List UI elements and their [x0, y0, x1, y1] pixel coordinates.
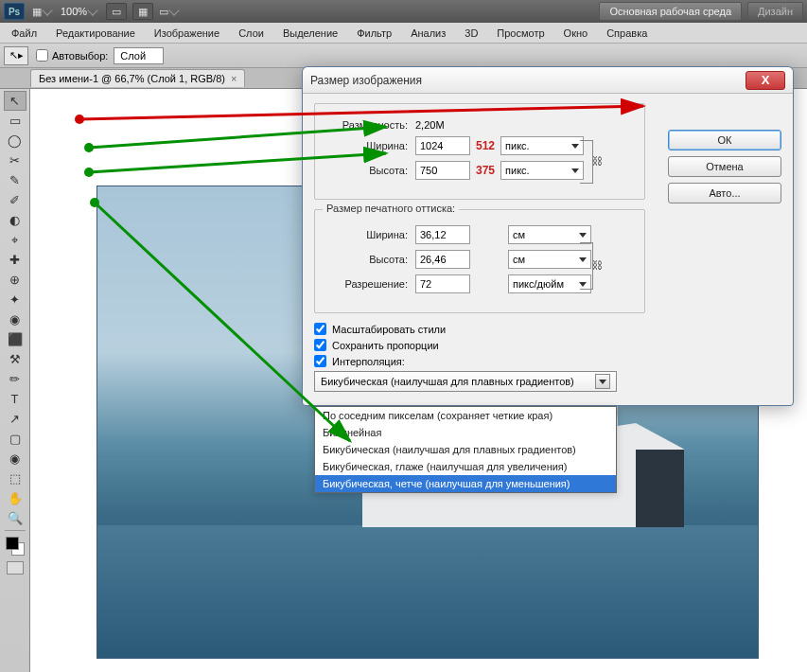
dropdown-arrow-icon[interactable] [595, 374, 610, 389]
eraser-tool[interactable]: ✦ [4, 290, 26, 309]
link-bracket-print [580, 242, 593, 290]
pixel-height-new: 375 [476, 164, 495, 177]
print-height-input[interactable] [415, 250, 470, 269]
workspace-button-main[interactable]: Основная рабочая среда [599, 2, 742, 21]
autoselect-label: Автовыбор: [52, 50, 108, 62]
history-brush-tool[interactable]: ⊕ [4, 270, 26, 290]
app-logo: Ps [4, 3, 25, 20]
type-tool[interactable]: T [4, 389, 26, 409]
stamp-tool[interactable]: ✚ [4, 250, 26, 270]
crop-tool[interactable]: ✎ [4, 170, 26, 190]
menu-analysis[interactable]: Анализ [401, 25, 455, 42]
view-icon-2[interactable]: ▦ [132, 3, 153, 20]
menu-window[interactable]: Окно [554, 25, 598, 42]
dodge-tool[interactable]: ⚒ [4, 349, 26, 369]
dialog-title: Размер изображения [310, 74, 422, 87]
doc-nav-icon[interactable]: ▦ [32, 6, 51, 18]
menu-bar: Файл Редактирование Изображение Слои Выд… [0, 23, 807, 44]
pixel-width-unit[interactable]: пикс. [500, 136, 584, 155]
menu-view[interactable]: Просмотр [487, 25, 553, 42]
dialog-close-button[interactable]: X [746, 71, 785, 90]
pixel-width-label: Ширина: [326, 140, 408, 151]
brush-tool[interactable]: ⌖ [4, 230, 26, 250]
gradient-tool[interactable]: ◉ [4, 309, 26, 329]
dialog-buttons: ОК Отмена Авто... [668, 130, 781, 203]
print-size-legend: Размер печатного оттиска: [323, 203, 459, 214]
lasso-tool[interactable]: ◯ [4, 131, 26, 150]
menu-edit[interactable]: Редактирование [46, 25, 145, 42]
3d-tool[interactable]: ◉ [4, 449, 26, 469]
eyedropper-tool[interactable]: ✐ [4, 190, 26, 210]
dimensions-label: Размерность: [326, 119, 408, 131]
pixel-width-input[interactable] [415, 136, 470, 155]
interp-option-bicubic-smooth[interactable]: Бикубическая, глаже (наилучшая для увели… [315, 458, 616, 475]
interpolation-select[interactable]: Бикубическая (наилучшая для плавных град… [314, 371, 617, 392]
quickmask-toggle[interactable] [7, 561, 24, 575]
options-bar: ↖▸ Автовыбор: Слой [0, 44, 807, 68]
menu-3d[interactable]: 3D [455, 25, 487, 42]
view-icon-1[interactable]: ▭ [106, 3, 127, 20]
menu-select[interactable]: Выделение [273, 25, 347, 42]
scale-styles-label: Масштабировать стили [332, 324, 446, 335]
menu-filter[interactable]: Фильтр [347, 25, 401, 42]
workspace: ↖ ▭ ◯ ✂ ✎ ✐ ◐ ⌖ ✚ ⊕ ✦ ◉ ⬛ ⚒ ✏ T ↗ ▢ ◉ ⬚ … [0, 89, 807, 672]
zoom-tool[interactable]: 🔍 [4, 508, 26, 528]
resample-checkbox[interactable] [314, 355, 326, 367]
canvas-area: Размер изображения X ОК Отмена Авто... Р… [40, 98, 773, 666]
view-icon-3[interactable]: ▭ [159, 6, 178, 18]
foreground-color[interactable] [6, 537, 19, 550]
dimensions-value: 2,20M [415, 119, 445, 131]
interpolation-value: Бикубическая (наилучшая для плавных град… [321, 376, 574, 387]
resolution-unit[interactable]: пикс/дюйм [508, 274, 591, 293]
hand-tool[interactable]: ✋ [4, 488, 26, 508]
document-tab-title: Без имени-1 @ 66,7% (Слой 1, RGB/8) [39, 73, 225, 84]
image-sea [97, 525, 758, 658]
autoselect-checkbox[interactable] [36, 49, 48, 62]
interp-option-bicubic-sharp[interactable]: Бикубическая, четче (наилучшая для умень… [315, 475, 616, 492]
color-swatch[interactable] [6, 537, 25, 556]
heal-tool[interactable]: ◐ [4, 210, 26, 230]
menu-file[interactable]: Файл [2, 25, 46, 42]
move-tool[interactable]: ↖ [4, 91, 26, 111]
pixel-width-new: 512 [476, 139, 495, 152]
print-height-unit[interactable]: см [508, 250, 591, 269]
pen-tool[interactable]: ✏ [4, 369, 26, 389]
scale-styles-checkbox[interactable] [314, 323, 326, 335]
resolution-input[interactable] [415, 274, 470, 293]
wand-tool[interactable]: ✂ [4, 150, 26, 170]
marquee-tool[interactable]: ▭ [4, 111, 26, 131]
app-bar: Ps ▦ 100% ▭ ▦ ▭ Основная рабочая среда Д… [0, 0, 807, 23]
pixel-height-unit[interactable]: пикс. [500, 161, 584, 180]
blur-tool[interactable]: ⬛ [4, 329, 26, 349]
zoom-display[interactable]: 100% [61, 6, 96, 17]
menu-image[interactable]: Изображение [145, 25, 229, 42]
dialog-titlebar[interactable]: Размер изображения X [303, 67, 793, 94]
cancel-button[interactable]: Отмена [668, 156, 781, 177]
active-tool-icon[interactable]: ↖▸ [4, 46, 28, 65]
constrain-checkbox[interactable] [314, 339, 326, 351]
menu-layer[interactable]: Слои [229, 25, 273, 42]
print-width-label: Ширина: [326, 229, 408, 240]
menu-help[interactable]: Справка [597, 25, 657, 42]
resample-label: Интерполяция: [332, 356, 405, 367]
chain-icon: ⛓ [592, 155, 603, 167]
interp-option-bicubic[interactable]: Бикубическая (наилучшая для плавных град… [315, 441, 616, 458]
image-size-dialog: Размер изображения X ОК Отмена Авто... Р… [302, 66, 794, 406]
auto-button[interactable]: Авто... [668, 183, 781, 203]
shape-tool[interactable]: ▢ [4, 429, 26, 449]
toolbox: ↖ ▭ ◯ ✂ ✎ ✐ ◐ ⌖ ✚ ⊕ ✦ ◉ ⬛ ⚒ ✏ T ↗ ▢ ◉ ⬚ … [0, 89, 30, 672]
pixel-height-input[interactable] [415, 161, 470, 180]
autoselect-dropdown[interactable]: Слой [114, 47, 164, 64]
path-tool[interactable]: ↗ [4, 409, 26, 429]
print-width-input[interactable] [415, 225, 470, 244]
close-tab-icon[interactable]: × [231, 73, 237, 84]
toolbox-separator [5, 530, 26, 531]
ok-button[interactable]: ОК [668, 130, 781, 150]
document-tab[interactable]: Без имени-1 @ 66,7% (Слой 1, RGB/8) × [30, 69, 245, 87]
interp-option-nearest[interactable]: По соседним пикселам (сохраняет четкие к… [315, 407, 616, 424]
print-width-unit[interactable]: см [508, 225, 591, 244]
workspace-button-design[interactable]: Дизайн [747, 2, 803, 21]
chain-icon-print: ⛓ [592, 259, 603, 271]
3d-camera-tool[interactable]: ⬚ [4, 469, 26, 488]
interp-option-bilinear[interactable]: Билинейная [315, 424, 616, 441]
